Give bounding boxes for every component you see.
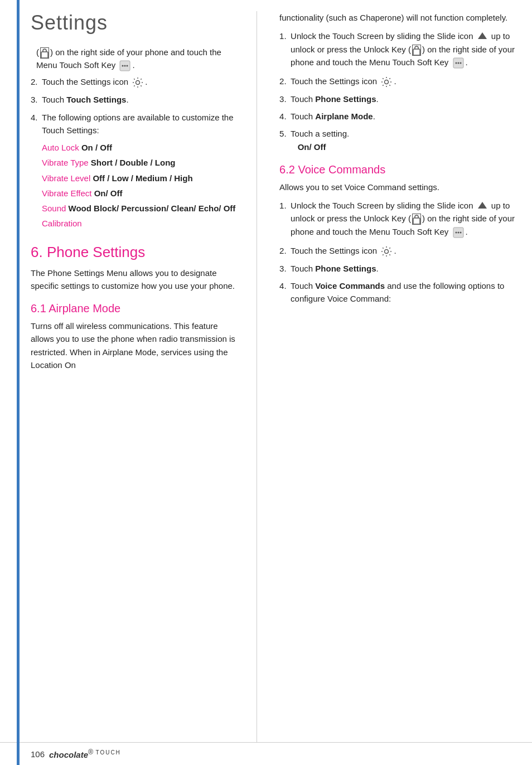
list-item: 1. Unlock the Touch Screen by sliding th… [279,199,515,239]
section-61-body: Turns off all wireless communications. T… [31,319,240,371]
list-item: 4. Touch Airplane Mode. [279,110,515,123]
step-number: 3. [31,93,38,106]
unlock-key-icon [40,47,49,59]
brand-touch: TOUCH [95,749,120,756]
step-number: 4. [279,110,287,123]
slide-up-arrow-icon [477,201,488,212]
left-steps-list: 2. Touch the Settings icon . 3. Touch To… [31,75,240,137]
svg-point-3 [124,65,126,67]
settings-gear-icon [380,76,393,88]
list-item: 3. Touch Touch Settings. [31,93,240,106]
step-number: 3. [279,93,287,105]
step-number: 4. [279,279,287,292]
slide-up-arrow-icon [477,31,488,42]
list-item: 4. Touch Voice Commands and use the foll… [279,279,515,306]
list-item: 4. The following options are available t… [31,111,240,137]
left-accent-bar [17,0,20,765]
svg-rect-0 [41,52,48,58]
list-item: 2. Touch the Settings icon . [31,75,240,89]
column-divider [257,11,257,742]
option-calibration: Calibration [42,217,240,230]
bold-text: On/ Off [298,142,326,152]
list-item: 3. Touch Phone Settings. [279,262,515,275]
step-number: 3. [279,262,287,275]
list-item: 1. Unlock the Touch Screen by sliding th… [279,30,515,69]
option-vibrate-type: Vibrate Type Short / Double / Long [42,156,240,169]
step-number: 4. [31,111,38,124]
section-62-heading: 6.2 Voice Commands [279,163,515,176]
page-title: Settings [31,11,240,35]
svg-point-11 [460,62,461,64]
list-item: 3. Touch Phone Settings. [279,93,515,105]
svg-point-9 [455,62,457,64]
step-number: 2. [31,75,38,88]
list-item: 2. Touch the Settings icon . [279,244,515,258]
bold-text: Phone Settings [315,264,376,273]
right-steps-61: 1. Unlock the Touch Screen by sliding th… [279,30,515,153]
unlock-key-icon [412,45,421,56]
brand-name: chocolate® TOUCH [49,748,121,759]
bold-text: Phone Settings [315,94,376,104]
option-vibrate-level: Vibrate Level Off / Low / Medium / High [42,172,240,185]
menu-dots-icon [119,60,131,72]
unlock-key-icon [412,214,421,225]
intro-text: () on the right side of your phone and t… [36,46,240,72]
menu-dots-icon [452,57,465,69]
step-number: 1. [279,199,287,212]
svg-point-10 [457,62,459,64]
option-auto-lock: Auto Lock On / Off [42,141,240,154]
step-number: 5. [279,127,287,140]
svg-point-19 [385,249,389,253]
svg-marker-13 [478,202,487,209]
list-item: 2. Touch the Settings icon . [279,75,515,88]
bold-text: Touch Settings [66,95,126,104]
right-intro-text: functionality (such as Chaperone) will n… [279,11,515,24]
step-number: 1. [279,30,287,42]
svg-point-17 [457,231,459,233]
svg-point-4 [127,65,128,67]
options-block: Auto Lock On / Off Vibrate Type Short / … [42,141,240,230]
registered-mark: ® [88,748,93,756]
svg-point-12 [385,80,389,84]
section-61-heading: 6.1 Airplane Mode [31,302,240,315]
right-steps-62: 1. Unlock the Touch Screen by sliding th… [279,199,515,305]
svg-rect-7 [413,49,420,55]
brand-chocolate: chocolate [49,750,88,759]
bold-text: Airplane Mode [315,112,373,121]
option-vibrate-effect: Vibrate Effect On/ Off [42,187,240,200]
page-number: 106 [31,749,45,759]
menu-dots-icon [452,226,465,239]
svg-point-16 [455,231,457,233]
option-sound: Sound Wood Block/ Percussion/ Clean/ Ech… [42,202,240,215]
svg-point-18 [460,231,461,233]
svg-marker-6 [478,32,487,39]
bold-text: Voice Commands [315,281,385,290]
svg-point-2 [122,65,124,67]
section-6-body: The Phone Settings Menu allows you to de… [31,267,240,293]
settings-gear-icon [132,76,144,89]
step-number: 2. [279,244,287,257]
step-number: 2. [279,75,287,88]
svg-rect-14 [413,218,420,224]
section-6-heading: 6. Phone Settings [31,244,240,261]
svg-point-5 [136,81,140,85]
list-item: 5. Touch a setting. On/ Off [279,127,515,153]
section-62-intro: Allows you to set Voice Command settings… [279,181,515,193]
settings-gear-icon [380,245,393,258]
page-footer: 106 chocolate® TOUCH [0,742,532,765]
